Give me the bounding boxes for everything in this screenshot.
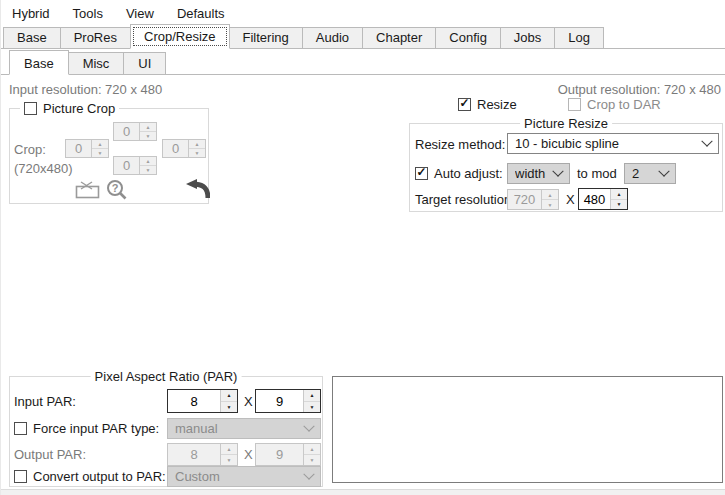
crop-to-dar-label: Crop to DAR	[587, 97, 661, 112]
output-par-den-spinner[interactable]: 9 ▲▼	[255, 443, 321, 466]
output-par-num-value[interactable]: 8	[168, 444, 220, 465]
input-resolution-label: Input resolution: 720 x 480	[9, 82, 162, 97]
chevron-down-icon	[658, 165, 669, 176]
output-par-num-spinner[interactable]: 8 ▲▼	[167, 443, 238, 466]
input-par-label: Input PAR:	[14, 394, 76, 409]
crop-zoom-help-icon[interactable]: ?	[105, 178, 127, 202]
crop-top-spinner[interactable]: 0 ▲▼	[113, 122, 157, 141]
subtab-misc[interactable]: Misc	[68, 52, 125, 74]
checkbox-unchecked-icon	[568, 98, 581, 111]
crop-bottom-spinner[interactable]: 0 ▲▼	[113, 156, 157, 175]
tab-prores[interactable]: ProRes	[60, 27, 131, 48]
output-par-den-value[interactable]: 9	[256, 444, 303, 465]
tab-chapter[interactable]: Chapter	[362, 27, 436, 48]
arrow-down-icon[interactable]: ▼	[542, 199, 558, 209]
picture-crop-checkbox[interactable]: Picture Crop	[20, 101, 119, 116]
crop-source-size-label: (720x480)	[14, 161, 73, 176]
crop-left-spinner[interactable]: 0 ▲▼	[65, 139, 109, 158]
target-height-spinner[interactable]: 480 ▲▼	[578, 188, 628, 210]
tab-log[interactable]: Log	[554, 27, 604, 48]
arrow-up-icon[interactable]: ▲	[611, 189, 627, 199]
par-info-listbox	[332, 376, 723, 483]
mod-value: 2	[632, 166, 660, 181]
input-par-num-value[interactable]: 8	[168, 390, 220, 412]
menu-view[interactable]: View	[123, 2, 165, 25]
chevron-down-icon	[303, 468, 314, 479]
par-separator-label: X	[244, 394, 253, 409]
tab-filtering[interactable]: Filtering	[229, 27, 303, 48]
auto-adjust-dimension-dropdown[interactable]: width	[507, 163, 570, 184]
target-height-value[interactable]: 480	[579, 189, 610, 209]
crop-preview-icon[interactable]	[74, 180, 102, 200]
force-input-par-type-checkbox[interactable]: Force input PAR type:	[14, 421, 159, 436]
crop-right-value[interactable]: 0	[163, 140, 188, 157]
subtab-ui[interactable]: UI	[123, 52, 166, 74]
resize-method-dropdown[interactable]: 10 - bicubic spline	[507, 133, 719, 154]
arrow-up-icon[interactable]: ▲	[221, 444, 237, 454]
crop-top-value[interactable]: 0	[114, 123, 139, 140]
arrow-up-icon[interactable]: ▲	[189, 140, 205, 148]
arrow-down-icon[interactable]: ▼	[140, 165, 156, 174]
menu-defaults[interactable]: Defaults	[174, 2, 236, 25]
chevron-down-icon	[552, 165, 563, 176]
crop-to-dar-checkbox[interactable]: Crop to DAR	[568, 97, 661, 112]
menu-hybrid[interactable]: Hybrid	[9, 2, 61, 25]
convert-output-to-par-dropdown[interactable]: Custom	[167, 466, 321, 487]
input-par-num-spinner[interactable]: 8 ▲▼	[167, 389, 238, 413]
menu-tools[interactable]: Tools	[70, 2, 114, 25]
arrow-down-icon[interactable]: ▼	[304, 454, 320, 465]
par-group: Pixel Aspect Ratio (PAR) Input PAR: 8 ▲▼…	[9, 376, 323, 487]
tab-audio[interactable]: Audio	[302, 27, 363, 48]
picture-crop-group: Picture Crop Crop: (720x480) 0 ▲▼ 0 ▲▼ 0…	[9, 108, 209, 204]
picture-crop-title: Picture Crop	[43, 101, 115, 116]
auto-adjust-dimension-value: width	[515, 166, 554, 181]
arrow-up-icon[interactable]: ▲	[221, 390, 237, 401]
convert-output-to-par-checkbox[interactable]: Convert output to PAR:	[14, 469, 166, 484]
convert-output-to-par-value: Custom	[175, 469, 305, 484]
subtab-base[interactable]: Base	[9, 50, 69, 75]
tab-base[interactable]: Base	[3, 27, 61, 48]
output-par-separator-label: X	[244, 447, 253, 462]
arrow-down-icon[interactable]: ▼	[221, 454, 237, 465]
arrow-down-icon[interactable]: ▼	[189, 148, 205, 157]
undo-crop-icon[interactable]	[186, 178, 210, 200]
target-width-value[interactable]: 720	[508, 190, 541, 209]
target-width-spinner[interactable]: 720 ▲▼	[507, 189, 559, 210]
input-par-den-spinner[interactable]: 9 ▲▼	[255, 389, 321, 413]
chevron-down-icon	[303, 420, 314, 431]
checkbox-checked-icon: ✓	[458, 98, 471, 111]
arrow-up-icon[interactable]: ▲	[140, 157, 156, 165]
arrow-up-icon[interactable]: ▲	[92, 140, 108, 148]
chevron-down-icon	[701, 135, 712, 146]
arrow-down-icon[interactable]: ▼	[221, 401, 237, 413]
tab-jobs[interactable]: Jobs	[500, 27, 555, 48]
tab-config[interactable]: Config	[435, 27, 501, 48]
arrow-up-icon[interactable]: ▲	[304, 390, 320, 401]
arrow-up-icon[interactable]: ▲	[304, 444, 320, 454]
crop-left-value[interactable]: 0	[66, 140, 91, 157]
resize-checkbox[interactable]: ✓ Resize	[458, 97, 517, 112]
convert-output-to-par-label: Convert output to PAR:	[33, 469, 166, 484]
auto-adjust-checkbox[interactable]: ✓ Auto adjust:	[415, 166, 503, 181]
arrow-up-icon[interactable]: ▲	[140, 123, 156, 131]
tab-crop-resize[interactable]: Crop/Resize	[130, 24, 230, 49]
output-par-label: Output PAR:	[14, 447, 86, 462]
svg-text:?: ?	[111, 182, 118, 194]
crop-label: Crop:	[14, 142, 46, 157]
arrow-up-icon[interactable]: ▲	[542, 190, 558, 199]
output-resolution-label: Output resolution: 720 x 480	[558, 82, 721, 97]
arrow-down-icon[interactable]: ▼	[304, 401, 320, 413]
arrow-down-icon[interactable]: ▼	[611, 199, 627, 210]
par-group-title: Pixel Aspect Ratio (PAR)	[91, 369, 242, 384]
input-par-den-value[interactable]: 9	[256, 390, 303, 412]
arrow-down-icon[interactable]: ▼	[140, 131, 156, 140]
force-input-par-type-label: Force input PAR type:	[33, 421, 159, 436]
arrow-down-icon[interactable]: ▼	[92, 148, 108, 157]
mod-dropdown[interactable]: 2	[624, 163, 676, 184]
force-input-par-type-dropdown[interactable]: manual	[167, 418, 321, 439]
crop-bottom-value[interactable]: 0	[114, 157, 139, 174]
crop-right-spinner[interactable]: 0 ▲▼	[162, 139, 206, 158]
picture-resize-title: Picture Resize	[520, 116, 612, 131]
picture-resize-group: Picture Resize Resize method: 10 - bicub…	[409, 123, 723, 212]
auto-adjust-label: Auto adjust:	[434, 166, 503, 181]
